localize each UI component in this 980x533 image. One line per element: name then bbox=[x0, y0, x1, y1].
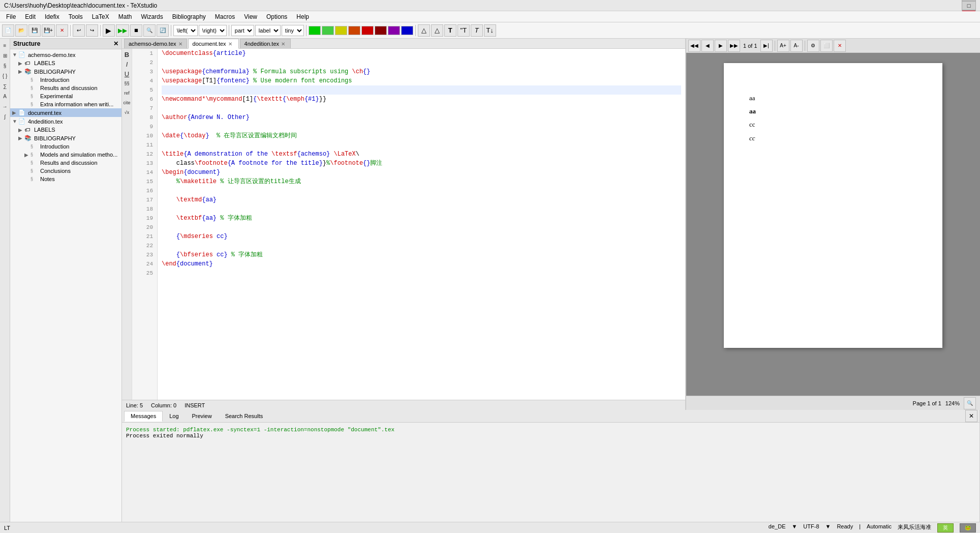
italic-vert-btn[interactable]: I bbox=[122, 60, 132, 69]
tree-file-document[interactable]: ▶ 📄 document.tex bbox=[10, 108, 121, 117]
sidebar-close-button[interactable]: ✕ bbox=[113, 40, 118, 47]
tiny-select[interactable]: tiny bbox=[282, 25, 304, 36]
tree-notes-2[interactable]: § Notes bbox=[10, 175, 121, 183]
ref-vert-btn[interactable]: ref bbox=[122, 88, 132, 98]
eqn-vert-btn[interactable]: √x bbox=[122, 108, 132, 117]
menu-bibliography[interactable]: Bibliography bbox=[168, 12, 210, 21]
language-icon-btn[interactable]: 英 bbox=[937, 523, 954, 532]
arrow-icon[interactable]: → bbox=[1, 102, 10, 111]
search-button[interactable]: 🔍 bbox=[143, 24, 156, 37]
undo-button[interactable]: ↩ bbox=[73, 24, 85, 37]
format-icon[interactable]: A bbox=[1, 92, 10, 101]
part-select[interactable]: part bbox=[231, 25, 254, 36]
menu-file[interactable]: File bbox=[2, 12, 20, 21]
math-icon[interactable]: ∑ bbox=[1, 81, 10, 91]
env-vert-btn[interactable]: §§ bbox=[122, 79, 132, 88]
tab-close-achemso[interactable]: ✕ bbox=[178, 41, 182, 47]
color-btn-8[interactable] bbox=[401, 26, 413, 35]
bottom-tab-log[interactable]: Log bbox=[163, 411, 185, 421]
preview-close-btn[interactable]: ✕ bbox=[834, 40, 846, 52]
preview-zoom-btn[interactable]: 🔍 bbox=[964, 397, 976, 409]
italic-t-btn[interactable]: T bbox=[471, 24, 483, 37]
tree-labels-2[interactable]: ▶ 🏷 LABELS bbox=[10, 126, 121, 134]
bold-vert-btn[interactable]: B bbox=[122, 50, 132, 59]
right-delimiter-select[interactable]: \right) bbox=[199, 25, 227, 36]
bottom-tab-preview[interactable]: Preview bbox=[186, 411, 219, 421]
tree-conclusions-2[interactable]: § Conclusions bbox=[10, 167, 121, 175]
preview-zoom-out[interactable]: A- bbox=[790, 40, 803, 52]
tree-intro-1[interactable]: § Introduction bbox=[10, 76, 121, 84]
preview-settings-btn[interactable]: ⚙ bbox=[807, 40, 819, 52]
sub-btn[interactable]: T↓ bbox=[484, 24, 496, 37]
delta-btn[interactable]: △ bbox=[418, 24, 430, 37]
color-btn-3[interactable] bbox=[335, 26, 347, 35]
tree-intro-2[interactable]: § Introduction bbox=[10, 142, 121, 151]
text-mode-btn[interactable]: T bbox=[444, 24, 456, 37]
bottom-tab-search[interactable]: Search Results bbox=[219, 411, 270, 421]
build-button[interactable]: ▶ bbox=[103, 24, 115, 37]
preview-last-page[interactable]: ▶| bbox=[760, 40, 773, 52]
stop-button[interactable]: ⏹ bbox=[130, 24, 142, 37]
menu-latex[interactable]: LaTeX bbox=[88, 12, 113, 21]
color-btn-6[interactable] bbox=[375, 26, 387, 35]
menu-tools[interactable]: Tools bbox=[65, 12, 87, 21]
tree-bibliography-2[interactable]: ▶ 📚 BIBLIOGRAPHY bbox=[10, 134, 121, 142]
tree-file-achemso[interactable]: ▼ 📄 achemso-demo.tex bbox=[10, 50, 121, 59]
tab-document[interactable]: document.tex ✕ bbox=[188, 39, 239, 49]
menu-math[interactable]: Math bbox=[114, 12, 136, 21]
menu-view[interactable]: View bbox=[240, 12, 261, 21]
tab-achemso[interactable]: achemso-demo.tex ✕ bbox=[124, 39, 187, 48]
tree-results-1[interactable]: § Results and discussion bbox=[10, 84, 121, 92]
menu-macros[interactable]: Macros bbox=[211, 12, 239, 21]
new-file-button[interactable]: 📄 bbox=[2, 24, 14, 37]
bottom-tab-messages[interactable]: Messages bbox=[124, 411, 163, 422]
open-file-button[interactable]: 📂 bbox=[15, 24, 27, 37]
bottom-panel-close[interactable]: ✕ bbox=[965, 410, 977, 422]
underline-vert-btn[interactable]: U bbox=[122, 69, 132, 78]
tree-file-4nd[interactable]: ▼ 📄 4ndedition.tex bbox=[10, 117, 121, 126]
tab-close-4nd[interactable]: ✕ bbox=[281, 41, 285, 47]
preview-prev-page[interactable]: ◀◀ bbox=[688, 40, 700, 52]
close-button-toolbar[interactable]: ✕ bbox=[56, 24, 68, 37]
color-btn-2[interactable] bbox=[322, 26, 334, 35]
misc-icon[interactable]: ∫ bbox=[1, 112, 10, 121]
preview-back[interactable]: ◀ bbox=[701, 40, 714, 52]
save-button[interactable]: 💾 bbox=[28, 24, 41, 37]
refresh-button[interactable]: 🔄 bbox=[157, 24, 169, 37]
preview-zoom-in[interactable]: A+ bbox=[777, 40, 789, 52]
menu-help[interactable]: Help bbox=[292, 12, 313, 21]
save-all-button[interactable]: 💾+ bbox=[42, 24, 55, 37]
bookmarks-icon[interactable]: ⊞ bbox=[1, 51, 10, 60]
structure-icon[interactable]: ≡ bbox=[1, 41, 10, 50]
section-icon[interactable]: § bbox=[1, 61, 10, 70]
left-delimiter-select[interactable]: \left( bbox=[173, 25, 198, 36]
preview-fwd[interactable]: ▶ bbox=[715, 40, 727, 52]
tree-models-2[interactable]: ▶ § Models and simulation metho... bbox=[10, 151, 121, 159]
maximize-button[interactable]: □ bbox=[962, 1, 976, 10]
color-btn-1[interactable] bbox=[309, 26, 321, 35]
env-icon[interactable]: { } bbox=[1, 71, 10, 80]
color-btn-4[interactable] bbox=[348, 26, 360, 35]
code-editor[interactable]: \documentclass{article} \usepackage{chem… bbox=[158, 49, 685, 400]
tree-results-2[interactable]: § Results and discussion bbox=[10, 159, 121, 167]
tab-close-document[interactable]: ✕ bbox=[228, 41, 232, 47]
tab-4nd[interactable]: 4ndedition.tex ✕ bbox=[240, 39, 291, 48]
tree-experimental-1[interactable]: § Experimental bbox=[10, 92, 121, 100]
menu-options[interactable]: Options bbox=[262, 12, 291, 21]
code-text-area[interactable]: \documentclass{article} \usepackage{chem… bbox=[158, 49, 685, 278]
preview-expand-btn[interactable]: ⬜ bbox=[820, 40, 833, 52]
tree-bibliography-1[interactable]: ▶ 📚 BIBLIOGRAPHY bbox=[10, 67, 121, 76]
textquote-btn[interactable]: "T bbox=[457, 24, 470, 37]
color-btn-5[interactable] bbox=[361, 26, 374, 35]
preview-next-page[interactable]: ▶▶ bbox=[728, 40, 740, 52]
tree-extra-1[interactable]: § Extra information when writi... bbox=[10, 100, 121, 108]
menu-edit[interactable]: Edit bbox=[21, 12, 40, 21]
color-btn-7[interactable] bbox=[388, 26, 400, 35]
redo-button[interactable]: ↪ bbox=[86, 24, 98, 37]
cite-vert-btn[interactable]: cite bbox=[122, 98, 132, 107]
extra-btn[interactable]: 🐸 bbox=[960, 523, 976, 532]
triangle-btn[interactable]: △ bbox=[431, 24, 443, 37]
menu-wizards[interactable]: Wizards bbox=[137, 12, 167, 21]
label-select[interactable]: label bbox=[255, 25, 281, 36]
menu-idefix[interactable]: Idefix bbox=[41, 12, 64, 21]
